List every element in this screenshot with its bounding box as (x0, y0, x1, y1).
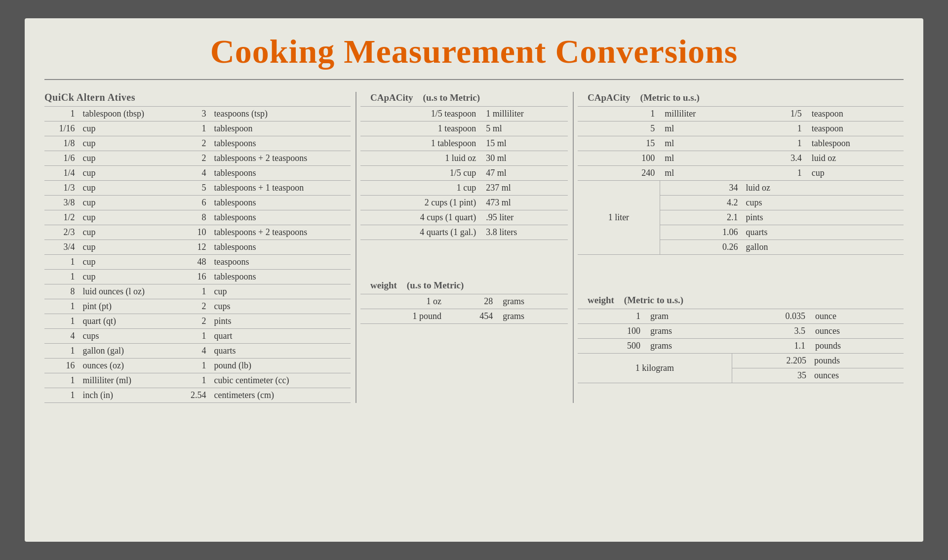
table-row: 100 ml 3.4 luid oz (578, 151, 904, 165)
table-row: 1/16 cup 1 tablespoon (44, 121, 351, 136)
right-capacity-title: CApACity(Metric to u.s.) (578, 92, 904, 103)
from-num: 5 (578, 121, 660, 136)
table-row: 1/2 cup 8 tablespoons (44, 210, 351, 225)
to-unit: pound (lb) (210, 358, 351, 373)
left-column: QuiCk Altern Atives 1 tablespoon (tbsp) … (44, 92, 351, 403)
to-unit: tablespoon (807, 136, 904, 151)
conv-unit: quarts (742, 225, 807, 240)
conv-unit: cups (742, 195, 807, 210)
from-unit: cups (79, 328, 176, 343)
table-row: 1/8 cup 2 tablespoons (44, 136, 351, 151)
table-row: 1 cup 237 ml (360, 180, 568, 195)
to-val: 473 ml (481, 195, 568, 210)
to-val: .95 liter (481, 210, 568, 225)
to-num: 2 (176, 136, 210, 151)
to-val: 237 ml (481, 180, 568, 195)
conv-num: 35 (732, 368, 810, 383)
right-weight-spacer (578, 270, 904, 294)
to-unit: tablespoons (210, 136, 351, 151)
to-num: 1 (176, 328, 210, 343)
from-unit: cup (79, 121, 176, 136)
to-num: 2 (176, 299, 210, 314)
to-num: 6 (176, 195, 210, 210)
to-unit: cup (807, 165, 904, 180)
table-row: 5 ml 1 teaspoon (578, 121, 904, 136)
right-capacity-section: CApACity(Metric to u.s.) 1 milliliter 1/… (578, 92, 904, 255)
to-num: 12 (176, 240, 210, 254)
table-row: 100 grams 3.5 ounces (578, 323, 904, 338)
content-grid: QuiCk Altern Atives 1 tablespoon (tbsp) … (44, 92, 904, 403)
from-num: 1 (44, 254, 79, 269)
conv-unit: gallon (742, 240, 807, 254)
to-val: 5 ml (481, 121, 568, 136)
to-unit: tablespoon (210, 121, 351, 136)
table-row: 1 quart (qt) 2 pints (44, 314, 351, 328)
to-unit: teaspoons (tsp) (210, 106, 351, 121)
table-row: 4 cups (1 quart) .95 liter (360, 210, 568, 225)
table-row: 1 gram 0.035 ounce (578, 309, 904, 323)
from-num: 1 (578, 309, 645, 323)
to-unit: tablespoons (210, 195, 351, 210)
to-num: 2.54 (176, 388, 210, 402)
from-unit: cup (79, 180, 176, 195)
divider-1 (356, 92, 356, 403)
from-num: 3/4 (44, 240, 79, 254)
to-unit: tablespoons + 1 teaspoon (210, 180, 351, 195)
to-num: 1 (742, 121, 807, 136)
from-unit: ounces (oz) (79, 358, 176, 373)
to-val: 3.8 liters (481, 225, 568, 240)
center-weight-section: weight(u.s to Metric) 1 oz 28 grams 1 po… (360, 280, 568, 324)
from-val: 2 cups (1 pint) (360, 195, 481, 210)
from-unit: tablespoon (tbsp) (79, 106, 176, 121)
table-row: 3/4 cup 12 tablespoons (44, 240, 351, 254)
from-unit: milliliter (ml) (79, 373, 176, 388)
from-val: 1 cup (360, 180, 481, 195)
table-row: 1 luid oz 30 ml (360, 151, 568, 165)
table-row: 500 grams 1.1 pounds (578, 338, 904, 353)
to-num: 1 (176, 284, 210, 299)
table-row: 1 milliliter (ml) 1 cubic centimeter (cc… (44, 373, 351, 388)
table-row: 16 ounces (oz) 1 pound (lb) (44, 358, 351, 373)
to-unit: teaspoon (807, 106, 904, 121)
to-num: 1/5 (742, 106, 807, 121)
from-val: 1 luid oz (360, 151, 481, 165)
right-column: CApACity(Metric to u.s.) 1 milliliter 1/… (578, 92, 904, 403)
table-row: 4 cups 1 quart (44, 328, 351, 343)
from-unit: grams (645, 323, 732, 338)
table-row: 1 gallon (gal) 4 quarts (44, 343, 351, 358)
table-row: 2/3 cup 10 tablespoons + 2 teaspoons (44, 225, 351, 240)
to-unit: tablespoons + 2 teaspoons (210, 225, 351, 240)
center-capacity-section: CApACity(u.s to Metric) 1/5 teaspoon 1 m… (360, 92, 568, 240)
to-unit: tablespoons (210, 165, 351, 180)
center-weight-title: weight(u.s to Metric) (360, 280, 568, 291)
from-num: 1/16 (44, 121, 79, 136)
from-num: 100 (578, 323, 645, 338)
from-unit: milliliter (660, 106, 742, 121)
center-column: CApACity(u.s to Metric) 1/5 teaspoon 1 m… (360, 92, 568, 403)
to-unit: ounce (810, 309, 904, 323)
table-row: 1/5 cup 47 ml (360, 165, 568, 180)
conv-num: 2.205 (732, 353, 810, 368)
from-val: 4 cups (1 quart) (360, 210, 481, 225)
table-row: 1 pint (pt) 2 cups (44, 299, 351, 314)
to-num: 1 (176, 358, 210, 373)
center-capacity-title: CApACity(u.s to Metric) (360, 92, 568, 103)
to-val: 1 milliliter (481, 106, 568, 121)
to-num: 1 (176, 121, 210, 136)
table-row: 1 kilogram 2.205 pounds (578, 353, 904, 368)
from-unit: ml (660, 121, 742, 136)
table-row: 1 tablespoon (tbsp) 3 teaspoons (tsp) (44, 106, 351, 121)
to-unit: tablespoons + 2 teaspoons (210, 151, 351, 165)
main-card: Cooking Measurement Conversions QuiCk Al… (25, 18, 923, 542)
from-num: 1/8 (44, 136, 79, 151)
center-capacity-table: 1/5 teaspoon 1 milliliter 1 teaspoon 5 m… (360, 106, 568, 240)
left-section-title: QuiCk Altern Atives (44, 92, 351, 103)
title-divider (44, 79, 904, 80)
weight-spacer (360, 255, 568, 280)
to-num: 1 (742, 136, 807, 151)
from-unit: grams (645, 338, 732, 353)
to-num: 3.4 (742, 151, 807, 165)
table-row: 2 cups (1 pint) 473 ml (360, 195, 568, 210)
conv-num: 1.06 (660, 225, 742, 240)
from-num: 1 (44, 299, 79, 314)
